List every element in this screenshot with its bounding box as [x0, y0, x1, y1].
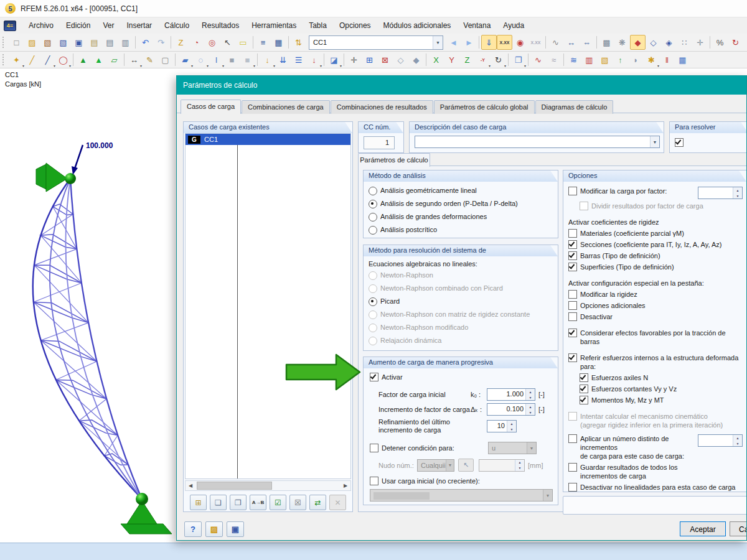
open-project-icon[interactable]: ▧	[40, 35, 55, 50]
new-arc-icon[interactable]: ◔	[189, 35, 204, 50]
spinner-arrows-icon[interactable]: ▲▼	[507, 421, 516, 432]
save-all-increments-checkbox[interactable]: Guardar resultados de todos los incremen…	[568, 463, 678, 480]
menu-ver[interactable]: Ver	[96, 19, 120, 32]
nodal-support-icon[interactable]: ▲	[75, 52, 91, 67]
description-combo[interactable]: ▼	[415, 136, 660, 148]
copy-load-case-icon[interactable]: ❏	[210, 495, 227, 510]
spinner-arrows-icon[interactable]: ▲▼	[525, 404, 535, 415]
dimension-icon[interactable]: ↔▾	[126, 52, 142, 67]
toggle-case-activation-icon[interactable]: ⇄	[309, 495, 326, 510]
to-solve-checkbox[interactable]	[675, 138, 684, 147]
work-plane-xz-icon[interactable]: ◈	[661, 35, 677, 50]
menu-herramientas[interactable]: Herramientas	[245, 19, 303, 32]
menu-ayuda[interactable]: Ayuda	[497, 19, 530, 32]
sections-coefficient-checkbox[interactable]: Secciones (coeficiente para IT, Iy, Iz, …	[568, 240, 721, 249]
dropdown-arrow-icon[interactable]: ▾	[504, 63, 506, 68]
new-opening-icon[interactable]: ◌▾	[193, 52, 209, 67]
menu-archivo[interactable]: Archivo	[22, 19, 60, 32]
comment-icon[interactable]: ✎	[142, 52, 157, 67]
materials-partial-coefficient-checkbox[interactable]: Materiales (coeficiente parcial γM)	[568, 229, 684, 238]
rename-load-case-icon[interactable]: A→B	[250, 495, 266, 510]
insert-node-icon[interactable]: ✦▾	[9, 52, 24, 67]
panel-toggle-icon[interactable]: ≈	[546, 52, 561, 67]
view-y-icon[interactable]: Y	[444, 52, 459, 67]
special-selection-icon[interactable]: ✛	[346, 52, 362, 67]
child-window-icon[interactable]: 4≡	[4, 21, 16, 31]
additional-options-checkbox[interactable]: Opciones adicionales	[568, 301, 646, 310]
results-diagrams-icon[interactable]: ≋	[566, 52, 581, 67]
scroll-right-icon[interactable]: ▶	[341, 481, 350, 490]
save-model-icon[interactable]: ▣	[71, 35, 87, 50]
moments-my-mz-mt-checkbox[interactable]: Momentos My, Mz y MT	[580, 396, 664, 404]
modify-load-factor-checkbox[interactable]: Modificar la carga por factor:	[568, 187, 667, 195]
dimensions-icon[interactable]: ⇔	[579, 35, 594, 50]
select-via-line-icon[interactable]: %	[712, 35, 728, 50]
new-solid-icon[interactable]: ■	[224, 52, 240, 67]
color-panels-icon[interactable]: ▥	[581, 52, 597, 67]
new-load-case-icon[interactable]: ⊞	[190, 495, 207, 510]
result-tables-icon[interactable]: ▦	[675, 52, 690, 67]
member-load-icon[interactable]: ⇊	[275, 52, 291, 67]
menu-modulos-adicionales[interactable]: Módulos adicionales	[377, 19, 458, 32]
insert-member-icon[interactable]: ╱▾	[40, 52, 55, 67]
view-minus-y-icon[interactable]: -Y▾	[475, 52, 491, 67]
show-result-values-icon[interactable]: X.XX	[528, 35, 543, 50]
render-model-icon[interactable]: ▧	[597, 52, 613, 67]
tab-diagramas-de-calculo[interactable]: Diagramas de cálculo	[535, 100, 614, 114]
perspective-view-icon[interactable]: ◆	[408, 52, 424, 67]
activate-incremental-checkbox[interactable]: Activar	[370, 373, 403, 381]
insert-line-icon[interactable]: ╱	[24, 52, 40, 67]
clipboard-icon[interactable]: ▤	[87, 35, 102, 50]
analysis-second-order-radio[interactable]: Análisis de segundo orden (P-Delta / P-d…	[369, 199, 553, 208]
print-preview-icon[interactable]: ▥	[118, 35, 133, 50]
solver-picard-radio[interactable]: Picard	[369, 297, 553, 306]
snap-settings-icon[interactable]: ✛	[692, 35, 708, 50]
new-polyline-icon[interactable]: Z	[173, 35, 189, 50]
view-x-icon[interactable]: X	[428, 52, 444, 67]
combo-dropdown-icon[interactable]: ▼	[650, 136, 659, 147]
print-icon[interactable]: ▤	[102, 35, 118, 50]
show-loads-icon[interactable]: ⇓	[481, 35, 497, 50]
dropdown-arrow-icon[interactable]: ▾	[69, 63, 71, 68]
load-generation-icon[interactable]: ◪▾	[326, 52, 342, 67]
surface-load-icon[interactable]: ☰	[291, 52, 306, 67]
show-load-values-icon[interactable]: X.XX	[497, 35, 512, 50]
scrollbar-thumb[interactable]	[197, 482, 272, 490]
grid-points-icon[interactable]: ∷	[677, 35, 692, 50]
toolbar-grip[interactable]	[2, 54, 6, 65]
surfaces-definition-type-checkbox[interactable]: Superficies (Tipo de definición)	[568, 263, 674, 271]
deformed-shape-icon[interactable]: ↑	[613, 52, 628, 67]
menu-opciones[interactable]: Opciones	[333, 19, 377, 32]
toolbar-grip[interactable]	[2, 37, 6, 48]
modify-stiffness-checkbox[interactable]: Modificar la rigidez	[568, 290, 637, 299]
menu-edicion[interactable]: Edición	[60, 19, 96, 32]
insert-circle-icon[interactable]: ◯▾	[55, 52, 71, 67]
new-rib-icon[interactable]: I▾	[209, 52, 224, 67]
surface-support-icon[interactable]: ▱	[106, 52, 122, 67]
separate-load-increments-spinner[interactable]: ▲▼	[698, 434, 743, 447]
initial-load-checkbox[interactable]: Usar carga inicial (no creciente):	[370, 477, 480, 485]
load-factor-increment-spinner[interactable]: 0.100 ▲▼	[487, 403, 535, 416]
modify-load-factor-spinner[interactable]: ▲▼	[698, 187, 743, 199]
deactivate-all-cases-icon[interactable]: ☒	[289, 495, 306, 510]
deactivate-tab-checkbox[interactable]: Desactivar	[568, 312, 613, 321]
spinner-arrows-icon[interactable]: ▲▼	[733, 435, 742, 446]
zoom-out-icon[interactable]: ⊠	[377, 52, 393, 67]
menu-calculo[interactable]: Cálculo	[158, 19, 195, 32]
dropdown-arrow-icon[interactable]: ▾	[320, 63, 322, 68]
activate-all-cases-icon[interactable]: ☑	[270, 495, 286, 510]
analysis-large-deformations-radio[interactable]: Análisis de grandes deformaciones	[369, 212, 553, 222]
redo-icon[interactable]: ↷	[153, 35, 169, 50]
isometric-view-icon[interactable]: ◇	[393, 52, 408, 67]
tab-combinaciones-de-carga[interactable]: Combinaciones de carga	[242, 100, 330, 114]
accept-button[interactable]: Aceptar	[680, 521, 726, 536]
stop-condition-checkbox[interactable]: Detener condición para:	[370, 444, 454, 452]
refinement-spinner[interactable]: 10 ▲▼	[487, 420, 517, 432]
smooth-results-icon[interactable]: ◗	[628, 52, 644, 67]
navigator-toggle-icon[interactable]: ≡	[255, 35, 271, 50]
previous-load-case-icon[interactable]: ◄	[446, 35, 461, 50]
cases-horizontal-scrollbar[interactable]: ◀ ▶	[185, 480, 351, 491]
tab-parametros-de-calculo-inner[interactable]: Parámetros de cálculo	[358, 153, 430, 167]
copy-load-case-to-icon[interactable]: ❐	[230, 495, 247, 510]
select-box-icon[interactable]: ▢	[157, 52, 173, 67]
